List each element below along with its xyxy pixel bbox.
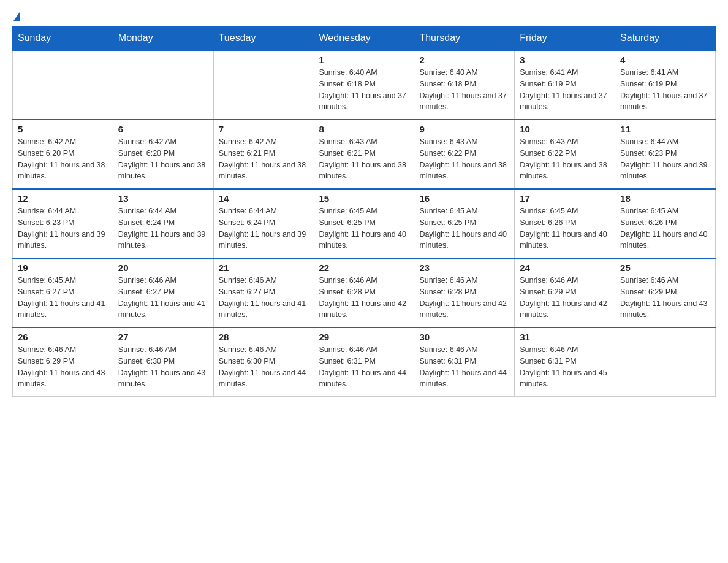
- calendar-week-row: 5Sunrise: 6:42 AM Sunset: 6:20 PM Daylig…: [13, 120, 716, 189]
- day-of-week-header: Tuesday: [213, 26, 314, 51]
- logo: [12, 12, 20, 21]
- day-number: 30: [419, 332, 509, 342]
- day-number: 10: [520, 124, 610, 134]
- day-number: 17: [520, 193, 610, 204]
- calendar-week-row: 26Sunrise: 6:46 AM Sunset: 6:29 PM Dayli…: [13, 327, 716, 397]
- day-number: 12: [18, 193, 108, 204]
- calendar-week-row: 12Sunrise: 6:44 AM Sunset: 6:23 PM Dayli…: [13, 189, 716, 258]
- calendar-cell: 31Sunrise: 6:46 AM Sunset: 6:31 PM Dayli…: [515, 327, 615, 397]
- calendar-cell: 20Sunrise: 6:46 AM Sunset: 6:27 PM Dayli…: [113, 258, 213, 327]
- calendar-cell: 10Sunrise: 6:43 AM Sunset: 6:22 PM Dayli…: [515, 120, 615, 189]
- day-number: 28: [219, 332, 309, 342]
- day-number: 1: [319, 55, 409, 65]
- calendar-cell: 2Sunrise: 6:40 AM Sunset: 6:18 PM Daylig…: [414, 50, 515, 120]
- day-number: 8: [319, 124, 409, 134]
- day-info: Sunrise: 6:45 AM Sunset: 6:25 PM Dayligh…: [419, 205, 509, 251]
- day-info: Sunrise: 6:46 AM Sunset: 6:28 PM Dayligh…: [419, 275, 509, 321]
- day-of-week-header: Saturday: [615, 26, 716, 51]
- day-number: 19: [18, 262, 108, 273]
- day-info: Sunrise: 6:46 AM Sunset: 6:30 PM Dayligh…: [118, 344, 208, 390]
- day-info: Sunrise: 6:42 AM Sunset: 6:21 PM Dayligh…: [219, 136, 309, 182]
- calendar-cell: 11Sunrise: 6:44 AM Sunset: 6:23 PM Dayli…: [615, 120, 716, 189]
- calendar-cell: 25Sunrise: 6:46 AM Sunset: 6:29 PM Dayli…: [615, 258, 716, 327]
- day-number: 3: [520, 55, 610, 65]
- day-info: Sunrise: 6:44 AM Sunset: 6:23 PM Dayligh…: [620, 136, 710, 182]
- day-number: 23: [419, 262, 509, 273]
- day-info: Sunrise: 6:42 AM Sunset: 6:20 PM Dayligh…: [18, 136, 108, 182]
- day-info: Sunrise: 6:46 AM Sunset: 6:31 PM Dayligh…: [419, 344, 509, 390]
- day-number: 20: [118, 262, 208, 273]
- calendar-cell: 8Sunrise: 6:43 AM Sunset: 6:21 PM Daylig…: [314, 120, 414, 189]
- calendar-cell: 18Sunrise: 6:45 AM Sunset: 6:26 PM Dayli…: [615, 189, 716, 258]
- calendar-cell: 17Sunrise: 6:45 AM Sunset: 6:26 PM Dayli…: [515, 189, 615, 258]
- day-info: Sunrise: 6:45 AM Sunset: 6:27 PM Dayligh…: [18, 275, 108, 321]
- day-number: 13: [118, 193, 208, 204]
- day-info: Sunrise: 6:45 AM Sunset: 6:26 PM Dayligh…: [620, 205, 710, 251]
- calendar-cell: 1Sunrise: 6:40 AM Sunset: 6:18 PM Daylig…: [314, 50, 414, 120]
- day-info: Sunrise: 6:46 AM Sunset: 6:29 PM Dayligh…: [520, 275, 610, 321]
- day-info: Sunrise: 6:46 AM Sunset: 6:31 PM Dayligh…: [520, 344, 610, 390]
- day-info: Sunrise: 6:40 AM Sunset: 6:18 PM Dayligh…: [419, 67, 509, 113]
- calendar-cell: 3Sunrise: 6:41 AM Sunset: 6:19 PM Daylig…: [515, 50, 615, 120]
- calendar-cell: 13Sunrise: 6:44 AM Sunset: 6:24 PM Dayli…: [113, 189, 213, 258]
- calendar-cell: [113, 50, 213, 120]
- day-number: 21: [219, 262, 309, 273]
- day-info: Sunrise: 6:44 AM Sunset: 6:24 PM Dayligh…: [219, 205, 309, 251]
- calendar-cell: 21Sunrise: 6:46 AM Sunset: 6:27 PM Dayli…: [213, 258, 314, 327]
- day-of-week-header: Thursday: [414, 26, 515, 51]
- day-info: Sunrise: 6:46 AM Sunset: 6:27 PM Dayligh…: [118, 275, 208, 321]
- logo-triangle-icon: [13, 12, 20, 21]
- day-number: 7: [219, 124, 309, 134]
- day-info: Sunrise: 6:45 AM Sunset: 6:26 PM Dayligh…: [520, 205, 610, 251]
- day-of-week-header: Wednesday: [314, 26, 414, 51]
- day-info: Sunrise: 6:43 AM Sunset: 6:22 PM Dayligh…: [419, 136, 509, 182]
- day-info: Sunrise: 6:43 AM Sunset: 6:21 PM Dayligh…: [319, 136, 409, 182]
- calendar-cell: 12Sunrise: 6:44 AM Sunset: 6:23 PM Dayli…: [13, 189, 113, 258]
- day-info: Sunrise: 6:43 AM Sunset: 6:22 PM Dayligh…: [520, 136, 610, 182]
- day-number: 22: [319, 262, 409, 273]
- day-number: 25: [620, 262, 710, 273]
- calendar-cell: 30Sunrise: 6:46 AM Sunset: 6:31 PM Dayli…: [414, 327, 515, 397]
- day-info: Sunrise: 6:46 AM Sunset: 6:29 PM Dayligh…: [620, 275, 710, 321]
- day-info: Sunrise: 6:45 AM Sunset: 6:25 PM Dayligh…: [319, 205, 409, 251]
- day-number: 6: [118, 124, 208, 134]
- calendar-cell: 23Sunrise: 6:46 AM Sunset: 6:28 PM Dayli…: [414, 258, 515, 327]
- calendar-cell: 29Sunrise: 6:46 AM Sunset: 6:31 PM Dayli…: [314, 327, 414, 397]
- day-number: 16: [419, 193, 509, 204]
- calendar-cell: [13, 50, 113, 120]
- day-number: 29: [319, 332, 409, 342]
- calendar-cell: 26Sunrise: 6:46 AM Sunset: 6:29 PM Dayli…: [13, 327, 113, 397]
- day-number: 15: [319, 193, 409, 204]
- calendar-cell: 16Sunrise: 6:45 AM Sunset: 6:25 PM Dayli…: [414, 189, 515, 258]
- day-info: Sunrise: 6:46 AM Sunset: 6:30 PM Dayligh…: [219, 344, 309, 390]
- calendar-cell: 28Sunrise: 6:46 AM Sunset: 6:30 PM Dayli…: [213, 327, 314, 397]
- day-number: 31: [520, 332, 610, 342]
- day-number: 14: [219, 193, 309, 204]
- day-number: 26: [18, 332, 108, 342]
- day-info: Sunrise: 6:41 AM Sunset: 6:19 PM Dayligh…: [520, 67, 610, 113]
- day-number: 4: [620, 55, 710, 65]
- calendar-cell: 24Sunrise: 6:46 AM Sunset: 6:29 PM Dayli…: [515, 258, 615, 327]
- day-of-week-header: Monday: [113, 26, 213, 51]
- day-info: Sunrise: 6:46 AM Sunset: 6:27 PM Dayligh…: [219, 275, 309, 321]
- calendar-cell: 4Sunrise: 6:41 AM Sunset: 6:19 PM Daylig…: [615, 50, 716, 120]
- calendar-cell: 22Sunrise: 6:46 AM Sunset: 6:28 PM Dayli…: [314, 258, 414, 327]
- calendar-week-row: 19Sunrise: 6:45 AM Sunset: 6:27 PM Dayli…: [13, 258, 716, 327]
- day-info: Sunrise: 6:46 AM Sunset: 6:31 PM Dayligh…: [319, 344, 409, 390]
- calendar-cell: 5Sunrise: 6:42 AM Sunset: 6:20 PM Daylig…: [13, 120, 113, 189]
- calendar-cell: 15Sunrise: 6:45 AM Sunset: 6:25 PM Dayli…: [314, 189, 414, 258]
- day-info: Sunrise: 6:40 AM Sunset: 6:18 PM Dayligh…: [319, 67, 409, 113]
- day-number: 24: [520, 262, 610, 273]
- day-info: Sunrise: 6:41 AM Sunset: 6:19 PM Dayligh…: [620, 67, 710, 113]
- calendar-week-row: 1Sunrise: 6:40 AM Sunset: 6:18 PM Daylig…: [13, 50, 716, 120]
- day-number: 2: [419, 55, 509, 65]
- calendar-cell: 9Sunrise: 6:43 AM Sunset: 6:22 PM Daylig…: [414, 120, 515, 189]
- day-number: 18: [620, 193, 710, 204]
- calendar-cell: 7Sunrise: 6:42 AM Sunset: 6:21 PM Daylig…: [213, 120, 314, 189]
- calendar-cell: [213, 50, 314, 120]
- calendar-cell: 19Sunrise: 6:45 AM Sunset: 6:27 PM Dayli…: [13, 258, 113, 327]
- calendar-header-row: SundayMondayTuesdayWednesdayThursdayFrid…: [13, 26, 716, 51]
- calendar-cell: 6Sunrise: 6:42 AM Sunset: 6:20 PM Daylig…: [113, 120, 213, 189]
- page-header: [12, 12, 716, 21]
- day-info: Sunrise: 6:46 AM Sunset: 6:28 PM Dayligh…: [319, 275, 409, 321]
